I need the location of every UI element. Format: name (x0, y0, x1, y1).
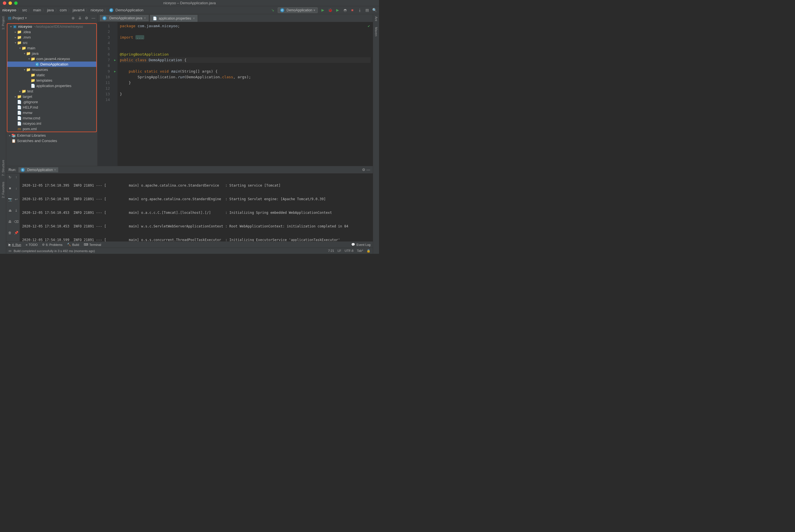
status-caret-pos[interactable]: 7:21 (328, 249, 334, 253)
crumb[interactable]: javam4 (73, 8, 85, 12)
profile-icon[interactable]: ◓ (343, 8, 347, 13)
tree-item-pom[interactable]: mpom.xml (7, 126, 96, 132)
tab-problems[interactable]: ⊘ 6: Problems (42, 243, 62, 246)
tree-item-mvnw[interactable]: 📄mvnw (7, 110, 96, 115)
soft-wrap-icon[interactable]: ↩ (14, 197, 19, 202)
fold-region[interactable]: ... (135, 35, 144, 39)
tree-item-demoapp[interactable]: CDemoApplication (7, 61, 96, 67)
crumb-root[interactable]: niceyoo (2, 8, 16, 12)
debug-icon[interactable]: 🐞 (328, 8, 332, 13)
tab-event-log[interactable]: 💬 Event Log (351, 243, 371, 246)
tree-item-src[interactable]: ▾📁src (7, 40, 96, 45)
run-line-marker-icon[interactable]: ▶ (112, 57, 118, 63)
tree-item-resources[interactable]: ▾📁resources (7, 67, 96, 72)
tree-item-target[interactable]: ▸📁target (7, 94, 96, 99)
pin-icon[interactable]: 📌 (14, 230, 19, 235)
maximize-window-button[interactable] (14, 1, 18, 5)
run-line-marker-icon[interactable]: ▶ (112, 69, 118, 74)
collapse-all-icon[interactable]: ⇊ (77, 16, 82, 20)
hide-icon[interactable]: — (91, 16, 96, 20)
tab-ant[interactable]: Ant (375, 16, 378, 21)
tab-maven[interactable]: Maven (375, 27, 378, 36)
scroll-end-icon[interactable]: ⤓ (14, 208, 19, 213)
bottom-tool-tabs: ▶ 4: Run ≡ TODO ⊘ 6: Problems 🔨 Build ⌨ … (6, 241, 373, 248)
tab-todo[interactable]: ≡ TODO (25, 243, 37, 246)
code-editor[interactable]: 123 456 789 101112 1314 ▶ ▶ packa (98, 22, 373, 166)
run-icon[interactable]: ▶ (321, 8, 325, 13)
up-icon[interactable]: ↑ (14, 175, 19, 180)
tab-structure[interactable]: 7: Structure (1, 160, 5, 176)
stop-icon[interactable]: ■ (350, 8, 355, 13)
console-output[interactable]: 2020-12-05 17:54:10.395 INFO 21891 --- [… (20, 174, 373, 241)
tree-item-extlib[interactable]: ▸📚External Libraries (6, 133, 97, 138)
file-icon: 📄 (17, 121, 22, 126)
tab-project[interactable]: 1: Project (1, 16, 5, 30)
chevron-down-icon[interactable]: ▾ (25, 16, 27, 20)
project-view-icon: ▤ (8, 16, 11, 20)
git-update-icon[interactable]: ⭳ (358, 8, 362, 13)
tab-favorites[interactable]: 2: Favorites (1, 182, 5, 198)
tree-item-mvn[interactable]: ▸📁.mvn (7, 35, 96, 40)
project-structure-icon[interactable]: ▤ (365, 8, 369, 13)
folder-icon: 📁 (31, 73, 35, 77)
print-icon[interactable]: 🖶 (7, 219, 13, 224)
md-file-icon: 📄 (17, 105, 22, 110)
file-icon: 📄 (17, 100, 22, 104)
hide-icon[interactable]: — (366, 168, 371, 172)
close-window-button[interactable] (3, 1, 6, 5)
down-icon[interactable]: ↓ (14, 186, 19, 191)
crumb[interactable]: com (60, 8, 67, 12)
close-tab-icon[interactable]: × (144, 16, 146, 20)
delete-icon[interactable]: 🗑 (7, 230, 13, 235)
crumb-file[interactable]: DemoApplication (115, 8, 143, 12)
crumb[interactable]: niceyoo (91, 8, 103, 12)
inspection-ok-icon[interactable]: ✔ (368, 24, 370, 28)
stop-icon[interactable]: ■ (7, 186, 13, 191)
project-header-title[interactable]: Project (13, 16, 24, 20)
tab-run[interactable]: ▶ 4: Run (8, 243, 21, 246)
tree-item-gitignore[interactable]: 📄.gitignore (7, 99, 96, 104)
tree-item-templates[interactable]: 📁templates (7, 78, 96, 83)
tree-item-java[interactable]: ▾📁java (7, 51, 96, 56)
build-icon[interactable]: ↘ (270, 8, 275, 13)
tree-item-help[interactable]: 📄HELP.md (7, 104, 96, 110)
coverage-icon[interactable]: ▶ (335, 8, 340, 13)
tree-item-appprops[interactable]: 📄application.properties (7, 83, 96, 89)
status-show-icon[interactable]: ▭ (8, 249, 11, 253)
tab-terminal[interactable]: ⌨ Terminal (84, 243, 101, 246)
settings-icon[interactable]: ⚙ (361, 168, 366, 172)
search-icon[interactable]: 🔍 (372, 8, 377, 13)
minimize-window-button[interactable] (8, 1, 12, 5)
status-line-ending[interactable]: LF (338, 249, 341, 253)
dump-icon[interactable]: 📷 (7, 197, 13, 202)
chevron-down-icon: ▾ (313, 8, 315, 12)
tree-item-main[interactable]: ▾📁main (7, 45, 96, 51)
tree-item-static[interactable]: 📁static (7, 72, 96, 78)
editor-tab-appprops[interactable]: 📄 application.properties × (150, 15, 198, 22)
status-lock-icon[interactable]: 🔒 (366, 249, 371, 253)
tree-item-package[interactable]: ▾📁com.javam4.niceyoo (7, 56, 96, 61)
tree-item-mvnwcmd[interactable]: 📄mvnw.cmd (7, 115, 96, 121)
status-encoding[interactable]: UTF-8 (345, 249, 354, 253)
tree-item-scratches[interactable]: 📋Scratches and Consoles (6, 138, 97, 144)
run-tab[interactable]: C DemoApplication × (18, 167, 58, 172)
crumb[interactable]: src (22, 8, 27, 12)
tree-root[interactable]: ▾▣ niceyoo ~/workspace/IDEA/mine/niceyoo (7, 24, 96, 29)
tab-build[interactable]: 🔨 Build (67, 243, 79, 246)
crumb[interactable]: main (33, 8, 41, 12)
exit-icon[interactable]: ⏏ (7, 208, 13, 213)
select-opened-file-icon[interactable]: ⊕ (71, 16, 75, 20)
settings-icon[interactable]: ⚙ (84, 16, 89, 20)
crumb[interactable]: java (47, 8, 54, 12)
close-tab-icon[interactable]: × (54, 168, 56, 172)
tree-item-idea[interactable]: ▸📁.idea (7, 29, 96, 35)
close-tab-icon[interactable]: × (193, 16, 195, 20)
status-indent[interactable]: Tab* (357, 249, 363, 253)
run-config-selector[interactable]: C DemoApplication ▾ (278, 7, 318, 13)
folder-icon: 📁 (17, 30, 22, 34)
editor-tab-demoapp[interactable]: C DemoApplication.java × (100, 15, 149, 22)
clear-icon[interactable]: ⌫ (14, 219, 19, 224)
rerun-icon[interactable]: ↻ (7, 175, 13, 180)
tree-item-iml[interactable]: 📄niceyoo.iml (7, 121, 96, 126)
tree-item-test[interactable]: ▸📁test (7, 89, 96, 94)
